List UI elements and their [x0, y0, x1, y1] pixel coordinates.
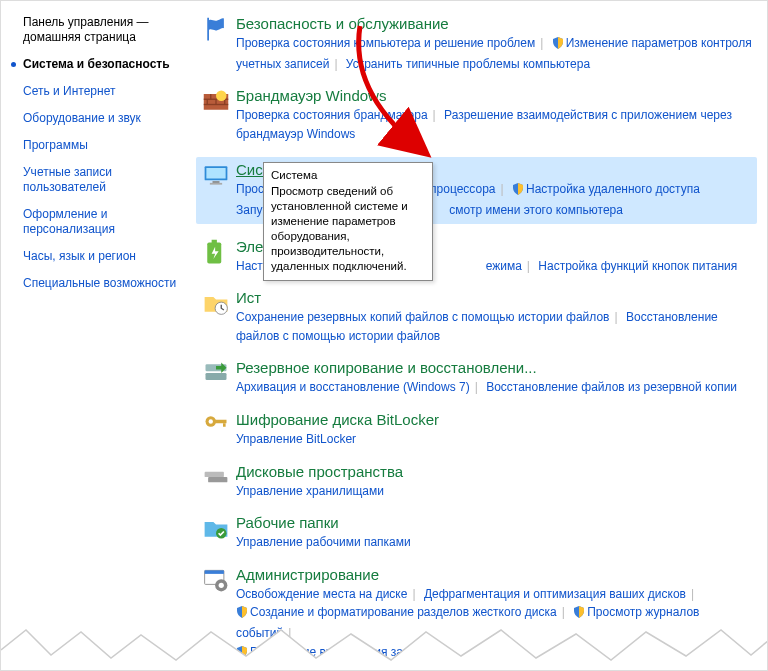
task-link[interactable]: Освобождение места на диске: [236, 587, 407, 601]
svg-rect-26: [205, 570, 224, 574]
sidebar-item-appearance[interactable]: Оформление и персонализация: [23, 207, 188, 237]
sidebar-home[interactable]: Панель управления — домашняя страница: [23, 15, 188, 45]
flag-icon: [202, 15, 230, 43]
category-title[interactable]: Шифрование диска BitLocker: [236, 411, 757, 428]
category-bitlocker: Шифрование диска BitLocker Управление Bi…: [202, 411, 757, 449]
category-security: Безопасность и обслуживание Проверка сос…: [202, 15, 757, 73]
category-workfolders: Рабочие папки Управление рабочими папкам…: [202, 514, 757, 552]
task-link[interactable]: Проверка состояния брандмауэра: [236, 108, 428, 122]
category-title[interactable]: Резервное копирование и восстановлени...: [236, 359, 757, 376]
task-link[interactable]: ежима: [486, 259, 522, 273]
shield-icon: [236, 645, 248, 664]
task-link[interactable]: Управление рабочими папками: [236, 535, 411, 549]
main-panel: Безопасность и обслуживание Проверка сос…: [188, 15, 757, 671]
key-icon: [202, 411, 230, 439]
svg-rect-20: [214, 420, 226, 424]
category-filehistory: Ист Сохранение резервных копий файлов с …: [202, 289, 757, 345]
folder-green-icon: [202, 514, 230, 542]
task-link[interactable]: Архивация и восстановление (Windows 7): [236, 380, 470, 394]
svg-point-8: [216, 91, 227, 102]
tooltip-body: Просмотр сведений об установленной систе…: [271, 184, 425, 274]
battery-icon: [202, 238, 230, 266]
disks-icon: [202, 463, 230, 491]
gear-window-icon: [202, 566, 230, 594]
category-title[interactable]: Безопасность и обслуживание: [236, 15, 757, 32]
sidebar-item-accessibility[interactable]: Специальные возможности: [23, 276, 188, 291]
task-link[interactable]: Управление BitLocker: [236, 432, 356, 446]
sidebar-nav: Панель управления — домашняя страница Си…: [23, 15, 188, 671]
brick-wall-icon: [202, 87, 230, 115]
tooltip-title: Система: [271, 168, 425, 183]
shield-icon: [552, 36, 564, 55]
monitor-icon: [202, 161, 230, 189]
task-link[interactable]: Создание и форматирование разделов жестк…: [250, 605, 557, 619]
task-link[interactable]: смотр имени этого компьютера: [449, 203, 623, 217]
category-storage: Дисковые пространства Управление хранили…: [202, 463, 757, 501]
task-link[interactable]: Запу: [236, 203, 262, 217]
category-admin: Администрирование Освобождение места на …: [202, 566, 757, 663]
category-firewall: Брандмауэр Windows Проверка состояния бр…: [202, 87, 757, 143]
sidebar-item-network[interactable]: Сеть и Интернет: [23, 84, 188, 99]
tooltip: Система Просмотр сведений об установленн…: [263, 162, 433, 281]
shield-icon: [236, 605, 248, 624]
svg-point-19: [209, 419, 213, 423]
task-link[interactable]: Дефрагментация и оптимизация ваших диско…: [424, 587, 686, 601]
sidebar-item-accounts[interactable]: Учетные записи пользователей: [23, 165, 188, 195]
svg-rect-10: [206, 168, 225, 179]
svg-rect-11: [213, 182, 220, 184]
task-link[interactable]: Сохранение резервных копий файлов с помо…: [236, 310, 610, 324]
svg-rect-16: [206, 373, 227, 380]
svg-rect-12: [210, 183, 222, 185]
sidebar-item-hardware[interactable]: Оборудование и звук: [23, 111, 188, 126]
folder-clock-icon: [202, 289, 230, 317]
task-link[interactable]: Устранить типичные проблемы компьютера: [346, 57, 590, 71]
category-title[interactable]: Ист: [236, 289, 757, 306]
task-link[interactable]: Настройка удаленного доступа: [526, 182, 700, 196]
category-title[interactable]: Брандмауэр Windows: [236, 87, 757, 104]
category-title[interactable]: Рабочие папки: [236, 514, 757, 531]
sidebar-item-programs[interactable]: Программы: [23, 138, 188, 153]
svg-rect-23: [208, 477, 227, 482]
task-link[interactable]: Восстановление файлов из резервной копии: [486, 380, 737, 394]
sidebar-item-clock-lang[interactable]: Часы, язык и регион: [23, 249, 188, 264]
category-backup: Резервное копирование и восстановлени...…: [202, 359, 757, 397]
svg-rect-22: [205, 471, 224, 476]
shield-icon: [512, 182, 524, 201]
sidebar-item-system-security[interactable]: Система и безопасность: [23, 57, 188, 72]
task-link[interactable]: Настройка функций кнопок питания: [538, 259, 737, 273]
drive-arrow-icon: [202, 359, 230, 387]
task-link[interactable]: Управление хранилищами: [236, 484, 384, 498]
svg-rect-21: [223, 423, 226, 427]
shield-icon: [573, 605, 585, 624]
task-link[interactable]: Проверка состояния компьютера и решение …: [236, 36, 535, 50]
category-title[interactable]: Администрирование: [236, 566, 757, 583]
category-title[interactable]: Дисковые пространства: [236, 463, 757, 480]
svg-point-28: [219, 582, 224, 587]
task-link[interactable]: Расписание выполнения задач: [250, 645, 423, 659]
svg-rect-14: [212, 239, 217, 243]
